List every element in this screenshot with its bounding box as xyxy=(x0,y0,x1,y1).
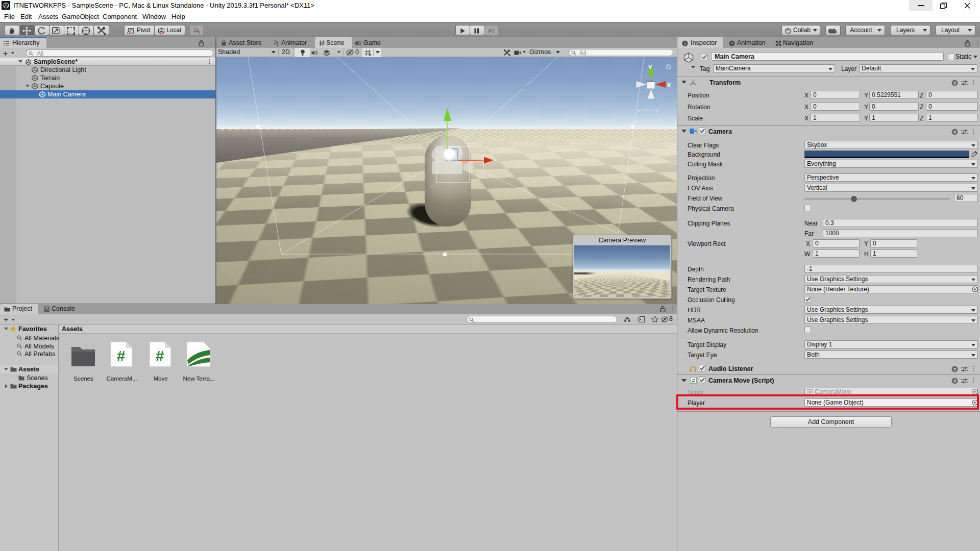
svg-text:?: ? xyxy=(953,367,957,372)
svg-text:?: ? xyxy=(953,81,957,86)
svg-text:#: # xyxy=(117,347,126,364)
svg-text:#: # xyxy=(156,347,164,364)
svg-text:?: ? xyxy=(953,379,957,384)
svg-text:x: x xyxy=(667,81,671,89)
svg-text:?: ? xyxy=(953,130,957,135)
